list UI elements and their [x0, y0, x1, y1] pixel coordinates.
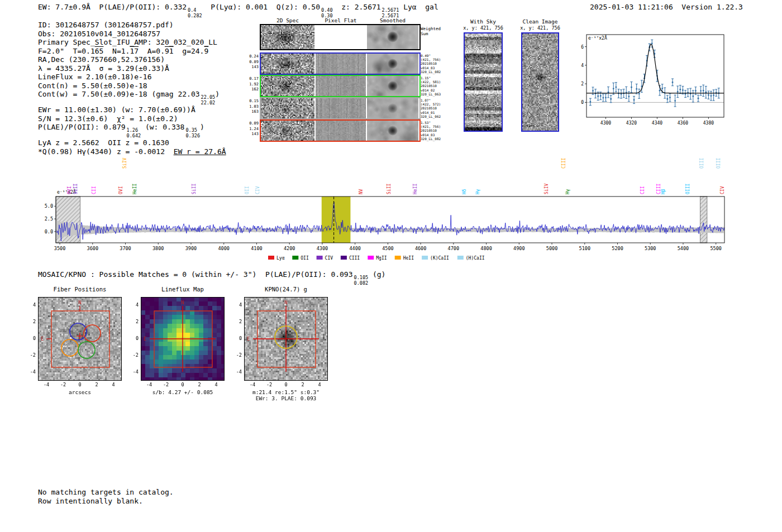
- weighted-sum-label: WeightedSum: [421, 26, 447, 36]
- y-tick-label: 4: [581, 63, 584, 68]
- x-tick-label: 4600: [415, 246, 426, 251]
- x-tick-label: 5500: [710, 246, 721, 251]
- elixer-report-page: EW: 7.7±0.9Å P(LAE)/P(OII): 0.3320.40.28…: [0, 0, 782, 532]
- cutout-x-tick: 4: [314, 382, 325, 387]
- spec2d-row-1-2dspec-image: [261, 76, 314, 96]
- y-tick-label: 5.0: [45, 203, 53, 209]
- x-tick-label: 4000: [218, 246, 229, 251]
- zoom-spectrum-plot: 430043204340436043800246e⁻¹⁷x2Å: [570, 27, 732, 133]
- fiber-positions-frame: [38, 297, 122, 381]
- legend-swatch: [317, 256, 323, 260]
- spec2d-row-2-weights: 0.151.03163: [245, 99, 259, 115]
- emission-line-label: Hβ: [661, 189, 666, 194]
- spec2d-row-0-smoothed-image: [367, 54, 418, 74]
- fraction-uncertainty: 1.260.642: [127, 128, 141, 138]
- spec2d-row-2-pixelflat-image: [316, 98, 366, 118]
- emission-line-label: HeII: [413, 184, 418, 194]
- spec2d-row-1-annotation: 1.15"(422, 581)20210510v014_02320_LL_063: [421, 76, 447, 96]
- spec2d-row-0-2dspec-image: [261, 54, 314, 74]
- cutout-x-tick: -2: [58, 382, 69, 387]
- spec2d-row-0-annotation: 0.49"(421, 756)20210510v014_03320_LL_082: [421, 54, 447, 74]
- cutout-x-tick: -2: [264, 382, 275, 387]
- flux-units-label: e⁻¹⁷x2Å: [588, 35, 607, 41]
- y-tick-label: 2: [581, 82, 584, 87]
- spec2d-row-2-annotation: 1.07"(422, 572)20210510v014_01320_LL_062: [421, 98, 447, 118]
- emission-line-label: OVI: [67, 186, 72, 194]
- emission-line-label: SiII: [192, 184, 197, 194]
- spec2d-row-3-annotation: 1.53"(421, 756)20210510v014_03320_LL_082: [421, 121, 447, 141]
- cutout-y-tick: 0: [232, 336, 242, 341]
- spec2d-row-0-weights: 0.240.89143: [245, 54, 259, 70]
- legend-swatch: [368, 256, 374, 260]
- cutout-x-tick: -4: [247, 382, 258, 387]
- emission-line-label: Hγ: [475, 189, 480, 194]
- x-tick-label: 4380: [703, 121, 714, 126]
- legend-swatch: [268, 256, 274, 260]
- cutout-xlabel: arcsecs: [38, 389, 122, 395]
- spec2d-row-3-2dspec-image: [261, 121, 314, 141]
- cutout-y-tick: 4: [128, 302, 139, 308]
- legend-label: (K)CaII: [430, 256, 449, 261]
- cutout-x-tick: 4: [108, 382, 119, 387]
- plot-frame: [56, 196, 724, 243]
- emission-line-label: NV: [359, 189, 364, 194]
- emission-line-label: SiIV: [544, 184, 549, 194]
- info-line-3: F=2.0" T=0.165 N=1.17 A=0.91 g=24.9: [38, 47, 226, 56]
- emission-line-label: CIV: [255, 186, 260, 194]
- info-line-8: Cont(w) = 7.50(±0.09)e-18 (gmag 22.0322.…: [38, 90, 226, 106]
- spec2d-row-1-smoothed-image: [367, 76, 418, 96]
- emission-line-label: Hγ: [565, 189, 570, 194]
- legend-swatch: [422, 256, 428, 260]
- legend-swatch: [457, 256, 464, 260]
- x-tick-label: 4300: [600, 121, 611, 126]
- x-tick-label: 3800: [152, 246, 164, 251]
- info-line-4: RA,Dec (230.757660,52.376156): [38, 55, 226, 64]
- emission-line-label: SiII: [73, 184, 78, 194]
- x-tick-label: 5300: [645, 246, 656, 251]
- emission-line-label: Hδ: [462, 189, 467, 194]
- spec2d-row-1-weights: 0.171.92162: [245, 76, 259, 93]
- emission-line-label: HeII: [132, 184, 137, 194]
- legend-label: CIII: [349, 256, 360, 261]
- with-sky-coords: x, y: 421, 756: [457, 25, 509, 31]
- clean-image: [522, 33, 558, 131]
- x-tick-label: 4360: [678, 121, 688, 126]
- mosaic-kpno-line: MOSAIC/KPNO : Possible Matches = 0 (with…: [38, 270, 385, 286]
- spec2d-row-3-weights: 0.091.24143: [245, 121, 259, 137]
- x-tick-label: 4700: [448, 246, 459, 251]
- detection-info-block: ID: 3012648757 (3012648757.pdf)Obs: 2021…: [38, 21, 226, 156]
- spec2d-row-2-smoothed-image: [367, 98, 418, 118]
- clean-image-title: Clean Image: [513, 18, 568, 25]
- x-tick-label: 5400: [678, 246, 689, 251]
- cutout-x-tick: 4: [211, 382, 222, 387]
- spec2d-row-1-pixelflat-image: [316, 76, 366, 96]
- legend-swatch: [395, 256, 401, 260]
- info-line-12: LyA z = 2.5662 OII z = 0.1630: [38, 138, 226, 147]
- cutout-y-tick: 0: [128, 336, 139, 341]
- cutout-x-tick: 0: [74, 382, 85, 387]
- cutout-y-tick: 4: [26, 302, 36, 308]
- cutout-title-fiber-positions: Fiber Positions: [31, 286, 128, 293]
- clean-image-coords: x, y: 421, 756: [513, 25, 568, 31]
- emission-line-label: OIII: [699, 158, 704, 169]
- cutout-x-tick: 2: [297, 382, 308, 387]
- emission-line-label: OIII: [716, 158, 721, 169]
- with-sky-image: [465, 33, 502, 131]
- emission-line-label: SiIV: [122, 158, 127, 169]
- x-tick-label: 4200: [284, 246, 295, 251]
- col-title-pixel-flat: Pixel Flat: [316, 17, 366, 23]
- cutout-caption: EWr: 3. PLAE: 0.093: [233, 395, 339, 401]
- y-tick-label: 2.5: [45, 216, 53, 222]
- col-title-2d-spec: 2D Spec: [261, 17, 314, 23]
- cutout-y-tick: 2: [128, 319, 139, 324]
- cutout-y-tick: -4: [128, 369, 139, 375]
- legend-label: Lyα: [276, 256, 285, 261]
- emission-line-label: CIII: [561, 158, 566, 169]
- x-tick-label: 4500: [382, 246, 393, 251]
- cutout-x-tick: 0: [177, 382, 188, 387]
- y-tick-label: 0: [581, 100, 584, 105]
- cutout-y-tick: -2: [26, 352, 36, 358]
- fraction-uncertainty: 22.0522.02: [201, 95, 216, 106]
- full-spectrum-plot: 3500360037003800390040004100420043004400…: [34, 152, 748, 266]
- x-tick-label: 3700: [120, 246, 131, 251]
